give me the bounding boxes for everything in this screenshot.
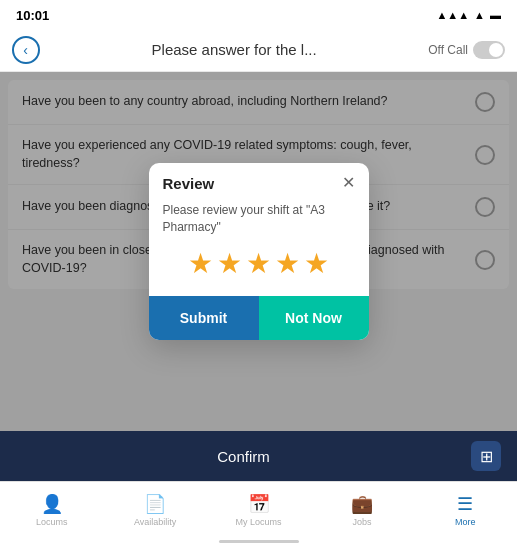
main-content: Have you been to any country abroad, inc…: [0, 72, 517, 431]
status-icons: ▲▲▲ ▲ ▬: [436, 9, 501, 21]
off-call-container: Off Call: [428, 41, 505, 59]
availability-icon: 📄: [144, 493, 166, 515]
confirm-glyph-icon: ⊞: [480, 447, 493, 466]
confirm-label: Confirm: [16, 448, 471, 465]
bottom-area: Confirm ⊞ 👤 Locums 📄 Availability 📅 My L…: [0, 431, 517, 545]
modal-actions: Submit Not Now: [149, 296, 369, 340]
home-indicator: [0, 537, 517, 545]
battery-icon: ▬: [490, 9, 501, 21]
nav-item-availability[interactable]: 📄 Availability: [103, 482, 206, 537]
my-locums-label: My Locums: [236, 517, 282, 527]
confirm-icon: ⊞: [471, 441, 501, 471]
status-bar: 10:01 ▲▲▲ ▲ ▬: [0, 0, 517, 28]
star-1[interactable]: ★: [188, 247, 213, 280]
signal-icon: ▲▲▲: [436, 9, 469, 21]
jobs-label: Jobs: [352, 517, 371, 527]
locums-icon: 👤: [41, 493, 63, 515]
back-button[interactable]: ‹: [12, 36, 40, 64]
off-call-label: Off Call: [428, 43, 468, 57]
header: ‹ Please answer for the l... Off Call: [0, 28, 517, 72]
home-bar: [219, 540, 299, 543]
back-arrow-icon: ‹: [23, 43, 28, 57]
confirm-bar[interactable]: Confirm ⊞: [0, 431, 517, 481]
jobs-icon: 💼: [351, 493, 373, 515]
star-2[interactable]: ★: [217, 247, 242, 280]
locums-label: Locums: [36, 517, 68, 527]
wifi-icon: ▲: [474, 9, 485, 21]
header-title: Please answer for the l...: [48, 41, 420, 58]
submit-button[interactable]: Submit: [149, 296, 259, 340]
more-icon: ☰: [457, 493, 473, 515]
star-5[interactable]: ★: [304, 247, 329, 280]
off-call-toggle[interactable]: [473, 41, 505, 59]
stars-row: ★ ★ ★ ★ ★: [163, 247, 355, 280]
modal-title: Review: [163, 175, 215, 192]
my-locums-icon: 📅: [248, 493, 270, 515]
modal-description: Please review your shift at "A3 Pharmacy…: [163, 202, 355, 236]
availability-label: Availability: [134, 517, 176, 527]
not-now-button[interactable]: Not Now: [259, 296, 369, 340]
status-time: 10:01: [16, 8, 49, 23]
nav-bar: 👤 Locums 📄 Availability 📅 My Locums 💼 Jo…: [0, 481, 517, 537]
nav-item-more[interactable]: ☰ More: [414, 482, 517, 537]
modal-overlay: Review ✕ Please review your shift at "A3…: [0, 72, 517, 431]
review-modal: Review ✕ Please review your shift at "A3…: [149, 163, 369, 341]
nav-item-locums[interactable]: 👤 Locums: [0, 482, 103, 537]
modal-close-button[interactable]: ✕: [342, 175, 355, 191]
modal-body: Please review your shift at "A3 Pharmacy…: [149, 198, 369, 297]
star-3[interactable]: ★: [246, 247, 271, 280]
more-label: More: [455, 517, 476, 527]
phone-frame: 10:01 ▲▲▲ ▲ ▬ ‹ Please answer for the l.…: [0, 0, 517, 545]
nav-item-jobs[interactable]: 💼 Jobs: [310, 482, 413, 537]
nav-item-my-locums[interactable]: 📅 My Locums: [207, 482, 310, 537]
toggle-knob: [489, 43, 503, 57]
modal-header: Review ✕: [149, 163, 369, 198]
star-4[interactable]: ★: [275, 247, 300, 280]
